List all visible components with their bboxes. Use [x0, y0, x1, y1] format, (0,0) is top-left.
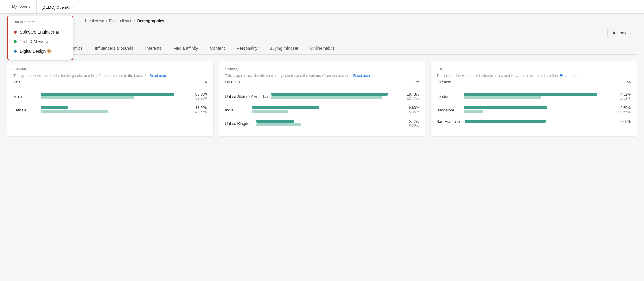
close-tab-icon[interactable]: × — [72, 4, 75, 10]
country-usa-bar-dark — [271, 93, 387, 96]
audience-item-tech-news[interactable]: Tech & News 🗞 — [13, 37, 68, 46]
country-uk-bars — [256, 120, 401, 127]
audience-label-tech-news: Tech & News 🗞 — [20, 39, 50, 44]
country-scroll[interactable]: United States of America 19.73% 18.77% I… — [225, 90, 419, 130]
country-row-usa: United States of America 19.73% 18.77% — [225, 90, 419, 103]
city-london-bar-light — [464, 96, 541, 99]
city-london-bar-dark — [464, 93, 597, 96]
country-usa-label: United States of America — [225, 94, 268, 99]
gender-card: Gender This graph shows the distribution… — [7, 61, 214, 137]
country-card-desc: This graph shows the distribution by cou… — [225, 73, 419, 78]
gender-female-bar-light-wrap — [41, 110, 189, 113]
gender-card-desc: This graph shows the distribution by gen… — [13, 73, 207, 78]
country-read-more[interactable]: Read more — [353, 74, 371, 78]
dot-blue-icon — [14, 50, 17, 53]
country-india-pct: 9.80% 5.35% — [404, 106, 419, 114]
breadcrumb-sep-2: › — [134, 19, 135, 23]
city-sf-bars — [465, 120, 612, 123]
city-read-more[interactable]: Read more — [560, 74, 577, 78]
tab-demo-openai[interactable]: [DEMO] OpenAI × — [36, 1, 80, 13]
main-content: Full audience Software Engineer 🖥 Tech &… — [0, 14, 644, 141]
city-bangalore-bar-light — [464, 110, 483, 113]
gender-female-bar-dark-wrap — [41, 106, 189, 109]
city-bangalore-bar-dark — [464, 106, 547, 109]
cards-grid: Gender This graph shows the distribution… — [7, 61, 637, 137]
gender-col-pct: ↓ % — [201, 80, 207, 84]
gender-female-bar-light — [41, 110, 108, 113]
city-london-pct: 4.32% 2.51% — [616, 92, 631, 101]
country-india-bars — [252, 106, 400, 114]
audience-item-software-engineer[interactable]: Software Engineer 🖥 — [13, 27, 68, 37]
sort-icon[interactable]: ↓ — [201, 80, 203, 84]
gender-male-label: Male — [13, 94, 37, 99]
city-sf-bar-dark — [465, 120, 546, 123]
city-scroll[interactable]: London 4.32% 2.51% Bangalore — [437, 90, 631, 126]
country-uk-pct: 5.77% 6.89% — [404, 119, 419, 128]
gender-female-bars — [41, 106, 189, 114]
audience-label-digital-design: Digital Design 🎨 — [20, 49, 52, 54]
country-india-label: India — [225, 108, 249, 112]
country-uk-bar-light — [256, 123, 301, 126]
breadcrumb-full-audience[interactable]: Full audience — [109, 19, 132, 23]
dot-green-icon — [14, 40, 17, 43]
city-card-title: City — [437, 67, 631, 71]
country-row-india: India 9.80% 5.35% — [225, 103, 419, 117]
tab-influencers-brands[interactable]: Influencers & brands — [89, 43, 139, 54]
country-card-title: Country — [225, 67, 419, 71]
country-india-bar-light — [252, 110, 288, 113]
gender-female-pct-top: 16.20% — [192, 106, 207, 110]
tab-media-affinity[interactable]: Media affinity — [167, 43, 204, 54]
tab-online-habits[interactable]: Online habits — [304, 43, 341, 54]
actions-chevron-icon: ⌄ — [628, 31, 632, 35]
gender-col-sex: Sex — [13, 80, 20, 84]
city-bangalore-pct: 2.69% 0.65% — [616, 106, 631, 114]
tab-content[interactable]: Content — [204, 43, 231, 54]
gender-male-bar-light — [41, 96, 134, 99]
tab-my-reports[interactable]: My reports — [6, 0, 36, 13]
gender-row-male: Male 83.80% 58.25% — [13, 90, 207, 103]
country-table-header: Location ↓ % — [225, 80, 419, 87]
city-row-bangalore: Bangalore 2.69% 0.65% — [437, 103, 631, 117]
city-sort-icon[interactable]: ↓ — [624, 80, 626, 84]
city-col-pct: ↓ % — [624, 80, 631, 84]
city-bangalore-label: Bangalore — [437, 108, 461, 112]
country-col-location: Location — [225, 80, 240, 84]
city-sf-label: San Francisco — [437, 119, 461, 124]
country-india-bar-dark — [252, 106, 319, 109]
country-sort-icon[interactable]: ↓ — [413, 80, 415, 84]
nav-tabs: Demographics Socioeconomics Influencers … — [7, 43, 637, 55]
actions-button[interactable]: Actions ⌄ — [607, 28, 637, 38]
gender-female-pct-bot: 41.75% — [192, 110, 207, 114]
gender-table-header: Sex ↓ % — [13, 80, 207, 87]
dot-red-icon — [14, 31, 17, 34]
country-usa-pct: 19.73% 18.77% — [404, 92, 419, 101]
tab-buying-mindset[interactable]: Buying mindset — [264, 43, 304, 54]
gender-male-bar-dark-wrap — [41, 93, 189, 96]
country-uk-label: United Kingdom — [225, 121, 253, 126]
city-row-sf: San Francisco 2.65% — [437, 117, 631, 126]
city-table-header: Location ↓ % — [437, 80, 631, 87]
city-card-desc: This graph shows the distribution by cit… — [437, 73, 631, 78]
gender-male-bars — [41, 93, 189, 100]
top-tab-bar: My reports [DEMO] OpenAI × — [0, 0, 644, 14]
tab-personality[interactable]: Personality — [231, 43, 264, 54]
audience-item-digital-design[interactable]: Digital Design 🎨 — [13, 46, 68, 56]
country-col-pct: ↓ % — [413, 80, 419, 84]
city-col-location: Location — [437, 80, 451, 84]
gender-male-pct-bot: 58.25% — [192, 96, 207, 101]
city-london-bars — [464, 93, 612, 100]
gender-row-female: Female 16.20% 41.75% — [13, 103, 207, 117]
breadcrumb-breakdown[interactable]: breakdown — [85, 19, 104, 23]
demo-tab-label: [DEMO] OpenAI — [41, 5, 70, 10]
gender-male-pct: 83.80% 58.25% — [192, 92, 207, 101]
country-usa-bar-light — [271, 96, 382, 99]
breadcrumb-current: Demographics — [137, 19, 164, 23]
gender-female-bar-dark — [41, 106, 68, 109]
city-card: City This graph shows the distribution b… — [430, 61, 637, 137]
city-bangalore-bars — [464, 106, 612, 114]
gender-read-more[interactable]: Read more — [149, 74, 167, 78]
actions-label: Actions — [613, 31, 626, 35]
tab-interests[interactable]: Interests — [139, 43, 168, 54]
gender-male-bar-light-wrap — [41, 96, 189, 99]
gender-card-title: Gender — [13, 67, 207, 71]
